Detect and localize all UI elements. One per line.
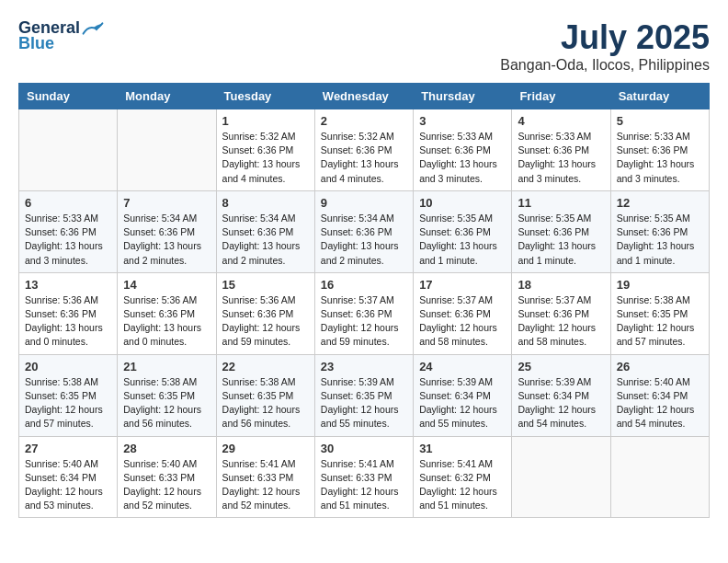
- weekday-header-saturday: Saturday: [610, 84, 709, 109]
- calendar-day-cell: 18Sunrise: 5:37 AMSunset: 6:36 PMDayligh…: [512, 272, 610, 354]
- day-detail: Sunrise: 5:36 AMSunset: 6:36 PMDaylight:…: [25, 293, 111, 350]
- day-detail: Sunrise: 5:35 AMSunset: 6:36 PMDaylight:…: [617, 212, 703, 268]
- day-number: 10: [419, 196, 506, 210]
- day-number: 14: [123, 278, 210, 292]
- day-number: 17: [419, 278, 506, 292]
- day-detail: Sunrise: 5:33 AMSunset: 6:36 PMDaylight:…: [25, 212, 111, 268]
- day-number: 3: [419, 114, 506, 128]
- page-header: General Blue July 2025 Bangan-Oda, Iloco…: [18, 18, 710, 74]
- day-number: 4: [518, 114, 604, 128]
- calendar-day-cell: [512, 436, 610, 518]
- day-detail: Sunrise: 5:39 AMSunset: 6:35 PMDaylight:…: [321, 375, 407, 431]
- calendar-day-cell: 1Sunrise: 5:32 AMSunset: 6:36 PMDaylight…: [216, 109, 314, 191]
- day-detail: Sunrise: 5:38 AMSunset: 6:35 PMDaylight:…: [617, 293, 703, 350]
- calendar-day-cell: 3Sunrise: 5:33 AMSunset: 6:36 PMDaylight…: [414, 109, 512, 191]
- day-detail: Sunrise: 5:37 AMSunset: 6:36 PMDaylight:…: [321, 293, 407, 350]
- day-detail: Sunrise: 5:37 AMSunset: 6:36 PMDaylight:…: [419, 293, 506, 350]
- month-title: July 2025: [500, 18, 710, 57]
- day-number: 12: [617, 196, 703, 210]
- title-area: July 2025 Bangan-Oda, Ilocos, Philippine…: [500, 18, 710, 74]
- day-number: 28: [123, 442, 210, 455]
- day-detail: Sunrise: 5:32 AMSunset: 6:36 PMDaylight:…: [321, 130, 407, 186]
- day-detail: Sunrise: 5:33 AMSunset: 6:36 PMDaylight:…: [419, 130, 506, 186]
- calendar-day-cell: 12Sunrise: 5:35 AMSunset: 6:36 PMDayligh…: [610, 190, 709, 272]
- day-number: 25: [518, 360, 604, 373]
- day-number: 30: [321, 442, 407, 455]
- calendar-day-cell: 29Sunrise: 5:41 AMSunset: 6:33 PMDayligh…: [216, 436, 314, 518]
- calendar-day-cell: 27Sunrise: 5:40 AMSunset: 6:34 PMDayligh…: [19, 436, 118, 518]
- day-number: 22: [222, 360, 309, 373]
- calendar-header-row: SundayMondayTuesdayWednesdayThursdayFrid…: [19, 84, 710, 109]
- calendar-day-cell: 21Sunrise: 5:38 AMSunset: 6:35 PMDayligh…: [118, 354, 216, 436]
- calendar-day-cell: 9Sunrise: 5:34 AMSunset: 6:36 PMDaylight…: [314, 190, 413, 272]
- day-number: 2: [321, 114, 407, 128]
- calendar-day-cell: 28Sunrise: 5:40 AMSunset: 6:33 PMDayligh…: [118, 436, 216, 518]
- day-detail: Sunrise: 5:38 AMSunset: 6:35 PMDaylight:…: [222, 375, 309, 431]
- day-detail: Sunrise: 5:36 AMSunset: 6:36 PMDaylight:…: [222, 293, 309, 350]
- day-number: 6: [25, 196, 111, 210]
- calendar-day-cell: 25Sunrise: 5:39 AMSunset: 6:34 PMDayligh…: [512, 354, 610, 436]
- day-detail: Sunrise: 5:41 AMSunset: 6:32 PMDaylight:…: [419, 457, 506, 513]
- day-number: 18: [518, 278, 604, 292]
- day-detail: Sunrise: 5:33 AMSunset: 6:36 PMDaylight:…: [617, 130, 703, 186]
- day-number: 20: [25, 360, 111, 373]
- day-detail: Sunrise: 5:34 AMSunset: 6:36 PMDaylight:…: [321, 212, 407, 268]
- day-detail: Sunrise: 5:40 AMSunset: 6:33 PMDaylight:…: [123, 457, 210, 513]
- day-number: 23: [321, 360, 407, 373]
- calendar-day-cell: 2Sunrise: 5:32 AMSunset: 6:36 PMDaylight…: [314, 109, 413, 191]
- weekday-header-tuesday: Tuesday: [216, 84, 314, 109]
- calendar-day-cell: 5Sunrise: 5:33 AMSunset: 6:36 PMDaylight…: [610, 109, 709, 191]
- calendar-day-cell: 26Sunrise: 5:40 AMSunset: 6:34 PMDayligh…: [610, 354, 709, 436]
- day-number: 15: [222, 278, 309, 292]
- calendar-day-cell: 15Sunrise: 5:36 AMSunset: 6:36 PMDayligh…: [216, 272, 314, 354]
- day-detail: Sunrise: 5:37 AMSunset: 6:36 PMDaylight:…: [518, 293, 604, 350]
- calendar-day-cell: [610, 436, 709, 518]
- day-detail: Sunrise: 5:41 AMSunset: 6:33 PMDaylight:…: [222, 457, 309, 513]
- day-number: 27: [25, 442, 111, 455]
- calendar-day-cell: 23Sunrise: 5:39 AMSunset: 6:35 PMDayligh…: [314, 354, 413, 436]
- calendar-day-cell: 20Sunrise: 5:38 AMSunset: 6:35 PMDayligh…: [19, 354, 118, 436]
- day-detail: Sunrise: 5:32 AMSunset: 6:36 PMDaylight:…: [222, 130, 309, 186]
- weekday-header-monday: Monday: [118, 84, 216, 109]
- calendar-day-cell: 7Sunrise: 5:34 AMSunset: 6:36 PMDaylight…: [118, 190, 216, 272]
- calendar-day-cell: 19Sunrise: 5:38 AMSunset: 6:35 PMDayligh…: [610, 272, 709, 354]
- day-detail: Sunrise: 5:39 AMSunset: 6:34 PMDaylight:…: [419, 375, 506, 431]
- weekday-header-wednesday: Wednesday: [314, 84, 413, 109]
- day-detail: Sunrise: 5:35 AMSunset: 6:36 PMDaylight:…: [518, 212, 604, 268]
- location-title: Bangan-Oda, Ilocos, Philippines: [500, 57, 710, 74]
- day-number: 29: [222, 442, 309, 455]
- calendar-day-cell: 24Sunrise: 5:39 AMSunset: 6:34 PMDayligh…: [414, 354, 512, 436]
- day-detail: Sunrise: 5:34 AMSunset: 6:36 PMDaylight:…: [222, 212, 309, 268]
- weekday-header-friday: Friday: [512, 84, 610, 109]
- day-detail: Sunrise: 5:40 AMSunset: 6:34 PMDaylight:…: [617, 375, 703, 431]
- day-number: 1: [222, 114, 309, 128]
- calendar-week-row: 6Sunrise: 5:33 AMSunset: 6:36 PMDaylight…: [19, 190, 710, 272]
- day-number: 8: [222, 196, 309, 210]
- day-detail: Sunrise: 5:38 AMSunset: 6:35 PMDaylight:…: [123, 375, 210, 431]
- calendar-day-cell: 17Sunrise: 5:37 AMSunset: 6:36 PMDayligh…: [414, 272, 512, 354]
- day-number: 21: [123, 360, 210, 373]
- calendar-day-cell: 6Sunrise: 5:33 AMSunset: 6:36 PMDaylight…: [19, 190, 118, 272]
- day-detail: Sunrise: 5:33 AMSunset: 6:36 PMDaylight:…: [518, 130, 604, 186]
- calendar-day-cell: 8Sunrise: 5:34 AMSunset: 6:36 PMDaylight…: [216, 190, 314, 272]
- weekday-header-thursday: Thursday: [414, 84, 512, 109]
- day-number: 5: [617, 114, 703, 128]
- calendar-week-row: 13Sunrise: 5:36 AMSunset: 6:36 PMDayligh…: [19, 272, 710, 354]
- calendar-day-cell: 16Sunrise: 5:37 AMSunset: 6:36 PMDayligh…: [314, 272, 413, 354]
- weekday-header-sunday: Sunday: [19, 84, 118, 109]
- day-number: 24: [419, 360, 506, 373]
- day-number: 7: [123, 196, 210, 210]
- day-detail: Sunrise: 5:34 AMSunset: 6:36 PMDaylight:…: [123, 212, 210, 268]
- calendar-week-row: 1Sunrise: 5:32 AMSunset: 6:36 PMDaylight…: [19, 109, 710, 191]
- day-number: 19: [617, 278, 703, 292]
- calendar-day-cell: 22Sunrise: 5:38 AMSunset: 6:35 PMDayligh…: [216, 354, 314, 436]
- calendar-day-cell: 14Sunrise: 5:36 AMSunset: 6:36 PMDayligh…: [118, 272, 216, 354]
- day-detail: Sunrise: 5:41 AMSunset: 6:33 PMDaylight:…: [321, 457, 407, 513]
- calendar-day-cell: 30Sunrise: 5:41 AMSunset: 6:33 PMDayligh…: [314, 436, 413, 518]
- calendar-day-cell: 31Sunrise: 5:41 AMSunset: 6:32 PMDayligh…: [414, 436, 512, 518]
- calendar-day-cell: [118, 109, 216, 191]
- calendar-day-cell: 11Sunrise: 5:35 AMSunset: 6:36 PMDayligh…: [512, 190, 610, 272]
- day-detail: Sunrise: 5:40 AMSunset: 6:34 PMDaylight:…: [25, 457, 111, 513]
- calendar-day-cell: 4Sunrise: 5:33 AMSunset: 6:36 PMDaylight…: [512, 109, 610, 191]
- day-detail: Sunrise: 5:35 AMSunset: 6:36 PMDaylight:…: [419, 212, 506, 268]
